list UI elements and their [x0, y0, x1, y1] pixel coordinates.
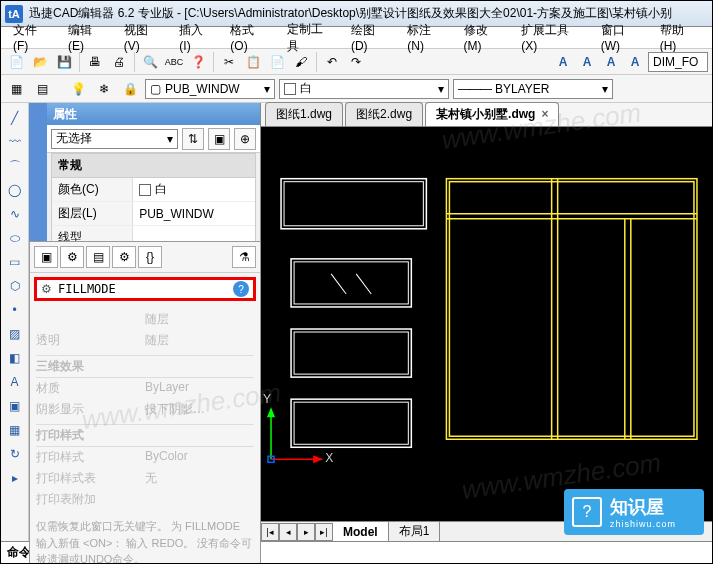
layer-props-button[interactable]: ▦	[5, 78, 27, 100]
redo-button[interactable]: ↷	[345, 51, 367, 73]
select-objects-button[interactable]: ▣	[208, 128, 230, 150]
quick-select-button[interactable]: ⇅	[182, 128, 204, 150]
point-tool[interactable]: •	[4, 299, 26, 321]
paste-button[interactable]: 📄	[266, 51, 288, 73]
brand-badge: ? 知识屋 zhishiwu.com	[564, 489, 704, 535]
doc-tab-1[interactable]: 图纸1.dwg	[265, 102, 343, 126]
doc-tab-3[interactable]: 某村镇小别墅.dwg×	[425, 102, 559, 126]
menu-extend-tools[interactable]: 扩展工具(X)	[513, 22, 592, 53]
copy-button[interactable]: 📋	[242, 51, 264, 73]
tab-nav-prev[interactable]: ◂	[279, 523, 297, 541]
circle-tool[interactable]: ◯	[4, 179, 26, 201]
menu-draw[interactable]: 绘图(D)	[343, 22, 399, 53]
polygon-tool[interactable]: ⬡	[4, 275, 26, 297]
draw-toolbar: ╱ 〰 ⌒ ◯ ∿ ⬭ ▭ ⬡ • ▨ ◧ A ▣ ▦ ↻ ▸	[1, 103, 29, 541]
prop-row-color[interactable]: 颜色(C) 白	[52, 178, 255, 202]
line-tool[interactable]: ╱	[4, 107, 26, 129]
svg-line-5	[356, 274, 371, 294]
lineweight-combo[interactable]: ——— BYLAYER ▾	[453, 79, 613, 99]
svg-rect-9	[294, 402, 408, 444]
dim-style-combo[interactable]: DIM_FO	[648, 52, 708, 72]
brand-icon: ?	[572, 497, 602, 527]
lock-icon[interactable]: 🔒	[119, 78, 141, 100]
drawing-area: 图纸1.dwg 图纸2.dwg 某村镇小别墅.dwg×	[261, 103, 712, 541]
menu-window[interactable]: 窗口(W)	[593, 22, 652, 53]
print-preview-button[interactable]: 🖶	[84, 51, 106, 73]
layer-state-button[interactable]: ▤	[31, 78, 53, 100]
text-style-a1[interactable]: A	[552, 51, 574, 73]
refresh-tool[interactable]: ↻	[4, 443, 26, 465]
save-button[interactable]: 💾	[53, 51, 75, 73]
freeze-icon[interactable]: ❄	[93, 78, 115, 100]
region-tool[interactable]: ◧	[4, 347, 26, 369]
pick-add-button[interactable]: ⊕	[234, 128, 256, 150]
svg-marker-22	[313, 455, 323, 463]
svg-rect-8	[291, 399, 411, 447]
help-icon[interactable]: ?	[233, 281, 249, 297]
text-tool[interactable]: A	[4, 371, 26, 393]
block-tool[interactable]: ▣	[4, 395, 26, 417]
open-button[interactable]: 📂	[29, 51, 51, 73]
cut-button[interactable]: ✂	[218, 51, 240, 73]
sysvar-tab-5[interactable]: {}	[138, 246, 162, 268]
menu-format[interactable]: 格式(O)	[222, 22, 279, 53]
ellipse-tool[interactable]: ⬭	[4, 227, 26, 249]
doc-tab-2[interactable]: 图纸2.dwg	[345, 102, 423, 126]
window-title: 迅捷CAD编辑器 6.2 专业版 - [C:\Users\Administrat…	[29, 5, 672, 22]
polyline-tool[interactable]: 〰	[4, 131, 26, 153]
sysvar-tab-1[interactable]: ▣	[34, 246, 58, 268]
tab-nav-next[interactable]: ▸	[297, 523, 315, 541]
svg-rect-7	[294, 332, 408, 374]
sysvar-search-input[interactable]: FILLMODE	[58, 282, 227, 296]
table-tool[interactable]: ▦	[4, 419, 26, 441]
menu-help[interactable]: 帮助(H)	[652, 22, 708, 53]
layout-tab-model[interactable]: Model	[333, 522, 389, 541]
properties-grid: 常规 颜色(C) 白 图层(L) PUB_WINDW 线型	[51, 153, 256, 251]
command-history: 仅需恢复此窗口无关键字。 为 FILLMODE 输入新值 <ON>： 输入 RE…	[30, 514, 260, 564]
tab-nav-last[interactable]: ▸|	[315, 523, 333, 541]
print-button[interactable]: 🖨	[108, 51, 130, 73]
close-icon[interactable]: ×	[541, 107, 548, 121]
spline-tool[interactable]: ∿	[4, 203, 26, 225]
menu-modify[interactable]: 修改(M)	[456, 22, 514, 53]
svg-rect-1	[284, 182, 423, 226]
menu-view[interactable]: 视图(V)	[116, 22, 172, 53]
sysvar-tab-2[interactable]: ⚙	[60, 246, 84, 268]
menu-custom-tools[interactable]: 定制工具	[279, 21, 343, 55]
group-general[interactable]: 常规	[52, 154, 255, 178]
arc-tool[interactable]: ⌒	[4, 155, 26, 177]
spell-button[interactable]: ABC	[163, 51, 185, 73]
prop-row-layer[interactable]: 图层(L) PUB_WINDW	[52, 202, 255, 226]
hatch-tool[interactable]: ▨	[4, 323, 26, 345]
undo-button[interactable]: ↶	[321, 51, 343, 73]
text-style-a2[interactable]: A	[576, 51, 598, 73]
text-style-a4[interactable]: A	[624, 51, 646, 73]
sysvar-flask-button[interactable]: ⚗	[232, 246, 256, 268]
tab-nav-first[interactable]: |◂	[261, 523, 279, 541]
standard-toolbar: 📄 📂 💾 🖶 🖨 🔍 ABC ❓ ✂ 📋 📄 🖌 ↶ ↷ A A A A DI…	[1, 49, 712, 75]
layout-tab-1[interactable]: 布局1	[389, 522, 441, 541]
rectangle-tool[interactable]: ▭	[4, 251, 26, 273]
menu-insert[interactable]: 插入(I)	[171, 22, 222, 53]
chevron-down-icon: ▾	[264, 82, 270, 96]
brand-url: zhishiwu.com	[610, 519, 676, 529]
menu-file[interactable]: 文件(F)	[5, 22, 60, 53]
menu-edit[interactable]: 编辑(E)	[60, 22, 116, 53]
expand-icon[interactable]: ▸	[4, 467, 26, 489]
sysvar-tab-3[interactable]: ▤	[86, 246, 110, 268]
gear-icon: ⚙	[41, 282, 52, 296]
lightbulb-icon[interactable]: 💡	[67, 78, 89, 100]
document-tabs: 图纸1.dwg 图纸2.dwg 某村镇小别墅.dwg×	[261, 103, 712, 127]
color-combo[interactable]: 白 ▾	[279, 79, 449, 99]
find-button[interactable]: 🔍	[139, 51, 161, 73]
menu-dimension[interactable]: 标注(N)	[399, 22, 455, 53]
new-button[interactable]: 📄	[5, 51, 27, 73]
layer-combo[interactable]: ▢ PUB_WINDW ▾	[145, 79, 275, 99]
selection-combo[interactable]: 无选择 ▾	[51, 129, 178, 149]
properties-header: 属性	[47, 103, 260, 125]
match-button[interactable]: 🖌	[290, 51, 312, 73]
sysvar-tab-4[interactable]: ⚙	[112, 246, 136, 268]
canvas[interactable]: Y X	[261, 127, 712, 521]
help-button[interactable]: ❓	[187, 51, 209, 73]
text-style-a3[interactable]: A	[600, 51, 622, 73]
